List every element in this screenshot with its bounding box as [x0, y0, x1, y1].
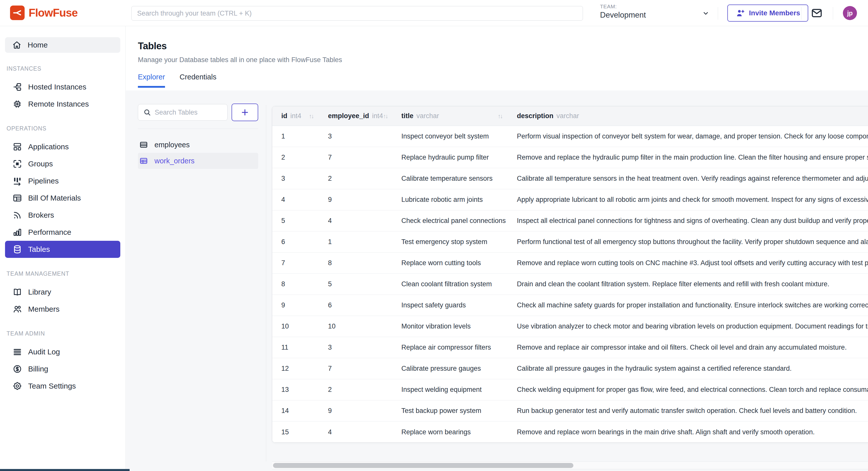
sort-icon[interactable]: ↑↓: [498, 113, 502, 120]
table-row[interactable]: 1 3 Inspect conveyor belt system Perform…: [272, 126, 868, 147]
cell-description: Drain and clean the coolant filtration s…: [508, 280, 868, 288]
sidebar-item-groups[interactable]: Groups: [0, 155, 125, 172]
cell-title: Check electrical panel connections: [392, 217, 508, 225]
cell-description: Calibrate all temperature sensors in the…: [508, 175, 868, 182]
cell-employee-id: 1: [319, 238, 392, 246]
cell-title: Clean coolant filtration system: [392, 280, 508, 288]
cell-title: Test backup power system: [392, 407, 508, 415]
sidebar-section-operations: OPERATIONS: [6, 125, 125, 132]
team-selector[interactable]: TEAM: Development: [600, 3, 646, 20]
column-header-description[interactable]: descriptionvarchar: [508, 112, 868, 120]
sidebar-item-applications[interactable]: Applications: [0, 138, 125, 155]
table-row[interactable]: 11 3 Replace air compressor filters Remo…: [272, 337, 868, 358]
horizontal-scrollbar-thumb[interactable]: [273, 463, 574, 468]
cell-employee-id: 10: [319, 322, 392, 330]
cell-title: Inspect safety guards: [392, 301, 508, 309]
cell-title: Test emergency stop system: [392, 238, 508, 246]
table-list-item-work-orders[interactable]: work_orders: [138, 153, 258, 169]
cell-id: 3: [272, 175, 319, 182]
table-row[interactable]: 5 4 Check electrical panel connections I…: [272, 210, 868, 232]
brokers-icon: [12, 210, 22, 220]
column-header-id[interactable]: idint4 ↑↓: [272, 112, 319, 120]
invite-members-button[interactable]: Invite Members: [727, 4, 808, 22]
table-list-item-employees[interactable]: employees: [138, 137, 258, 153]
cell-description: Check all machine safety guards for prop…: [508, 301, 868, 309]
sidebar-item-billing[interactable]: Billing: [0, 360, 125, 378]
cell-id: 12: [272, 365, 319, 373]
sidebar-item-label: Team Settings: [28, 382, 76, 390]
applications-icon: [12, 142, 22, 152]
cell-id: 8: [272, 280, 319, 288]
cell-description: Check welding equipment for proper gas f…: [508, 386, 868, 393]
sidebar-item-remote-instances[interactable]: Remote Instances: [0, 95, 125, 113]
sidebar-item-label: Brokers: [28, 211, 54, 219]
cell-employee-id: 2: [319, 175, 392, 182]
explorer-content: + employees w: [126, 90, 868, 471]
tab-bar: Explorer Credentials: [138, 73, 868, 88]
cell-title: Monitor vibration levels: [392, 322, 508, 330]
cell-id: 2: [272, 153, 319, 161]
cell-id: 4: [272, 196, 319, 204]
sidebar-item-tables[interactable]: Tables: [5, 241, 120, 258]
members-users-icon: [12, 304, 22, 314]
sidebar-item-bill-of-materials[interactable]: Bill Of Materials: [0, 189, 125, 207]
table-row[interactable]: 6 1 Test emergency stop system Perform f…: [272, 232, 868, 253]
sort-icon[interactable]: ↑↓: [309, 113, 313, 120]
sidebar-item-home[interactable]: Home: [5, 37, 120, 53]
table-row[interactable]: 9 6 Inspect safety guards Check all mach…: [272, 295, 868, 316]
table-list: employees work_orders: [138, 137, 258, 169]
pipelines-icon: [12, 176, 22, 186]
table-row[interactable]: 14 9 Test backup power system Run backup…: [272, 401, 868, 421]
sidebar-item-audit-log[interactable]: Audit Log: [0, 343, 125, 360]
sidebar-item-brokers[interactable]: Brokers: [0, 207, 125, 224]
table-row[interactable]: 4 9 Lubricate robotic arm joints Apply a…: [272, 189, 868, 210]
flowfuse-logo[interactable]: FlowFuse: [10, 5, 78, 20]
sort-icon[interactable]: ↑↓: [383, 113, 388, 120]
cell-description: Remove and replace air compressor intake…: [508, 344, 868, 351]
table-row[interactable]: 7 8 Replace worn cutting tools Remove an…: [272, 253, 868, 274]
horizontal-scrollbar-track[interactable]: [272, 462, 868, 469]
user-avatar[interactable]: jp: [843, 6, 857, 20]
global-search-input[interactable]: [131, 6, 583, 21]
cell-employee-id: 8: [319, 259, 392, 267]
cell-description: Apply appropriate lubricant to all robot…: [508, 196, 868, 204]
sidebar-item-label: Billing: [28, 365, 48, 373]
cell-employee-id: 9: [319, 196, 392, 204]
cell-title: Calibrate temperature sensors: [392, 175, 508, 182]
data-grid-card: idint4 ↑↓ employee_idint4 ↑↓ titlevarcha…: [272, 106, 868, 443]
search-tables-input[interactable]: [155, 109, 217, 116]
table-row[interactable]: 8 5 Clean coolant filtration system Drai…: [272, 274, 868, 295]
chevron-down-icon[interactable]: [702, 9, 710, 17]
column-header-title[interactable]: titlevarchar ↑↓: [392, 112, 508, 120]
sidebar-item-pipelines[interactable]: Pipelines: [0, 172, 125, 189]
sidebar-item-performance[interactable]: Performance: [0, 224, 125, 241]
add-table-button[interactable]: +: [231, 104, 258, 121]
mail-icon[interactable]: [811, 7, 823, 19]
table-row[interactable]: 10 10 Monitor vibration levels Use vibra…: [272, 316, 868, 337]
sidebar-item-label: Home: [28, 41, 48, 49]
table-row[interactable]: 12 7 Calibrate pressure gauges Calibrate…: [272, 358, 868, 379]
column-name: title: [401, 112, 413, 120]
column-header-employee-id[interactable]: employee_idint4 ↑↓: [319, 112, 392, 120]
sidebar-item-team-settings[interactable]: Team Settings: [0, 378, 125, 394]
sidebar-item-library[interactable]: Library: [0, 284, 125, 301]
tab-explorer[interactable]: Explorer: [138, 73, 165, 88]
table-row[interactable]: 2 7 Replace hydraulic pump filter Remove…: [272, 147, 868, 168]
sidebar-item-label: Tables: [28, 245, 50, 254]
page-title: Tables: [138, 41, 868, 52]
column-type: varchar: [416, 112, 439, 120]
cell-employee-id: 6: [319, 301, 392, 309]
sidebar-item-members[interactable]: Members: [0, 301, 125, 318]
table-body: 1 3 Inspect conveyor belt system Perform…: [272, 126, 868, 443]
table-row[interactable]: 15 4 Replace worn bearings Remove and re…: [272, 421, 868, 443]
cell-employee-id: 5: [319, 280, 392, 288]
sidebar-item-hosted-instances[interactable]: Hosted Instances: [0, 79, 125, 95]
table-row[interactable]: 13 2 Inspect welding equipment Check wel…: [272, 379, 868, 401]
library-book-icon: [12, 287, 22, 297]
groups-icon: [12, 159, 22, 169]
performance-icon: [12, 228, 22, 237]
table-row[interactable]: 3 2 Calibrate temperature sensors Calibr…: [272, 168, 868, 189]
tab-credentials[interactable]: Credentials: [180, 73, 217, 88]
search-icon: [143, 108, 151, 116]
cell-employee-id: 3: [319, 344, 392, 351]
